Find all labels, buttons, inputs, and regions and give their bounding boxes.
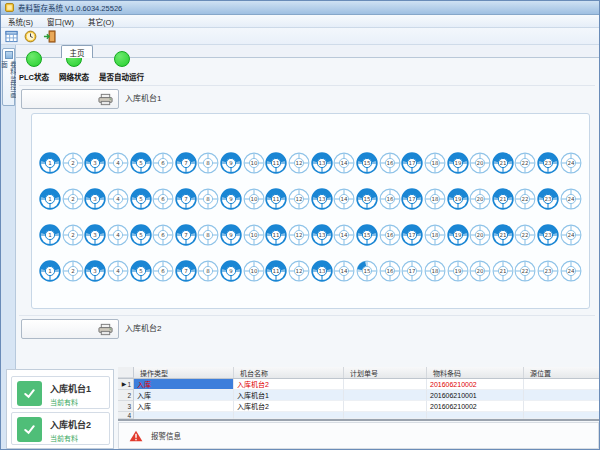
reel-slot: 12 [288, 152, 310, 174]
table-row[interactable]: 2入库入库机台1201606210001 [118, 390, 600, 401]
machine-card-status: 当前有料 [50, 433, 78, 443]
svg-text:13: 13 [318, 196, 325, 202]
svg-text:22: 22 [522, 268, 529, 274]
column-header[interactable]: 物料条码 [427, 367, 524, 378]
reel-slot: 15 [356, 260, 378, 282]
svg-text:21: 21 [499, 160, 506, 166]
svg-text:12: 12 [296, 160, 303, 166]
svg-text:23: 23 [545, 196, 552, 202]
column-header[interactable]: 计划单号 [344, 367, 427, 378]
print-button-machine1[interactable] [21, 89, 119, 109]
reel-slot: 1 [39, 188, 61, 210]
svg-text:9: 9 [229, 160, 233, 166]
svg-text:19: 19 [454, 232, 461, 238]
table-cell[interactable] [524, 379, 600, 390]
svg-text:2: 2 [71, 232, 75, 238]
table-cell[interactable] [234, 412, 344, 419]
table-cell[interactable] [427, 412, 524, 419]
table-cell[interactable] [524, 401, 600, 412]
table-row[interactable]: 3入库入库机台2201606210002 [118, 401, 600, 412]
reel-slot: 19 [447, 188, 469, 210]
reel-slot: 8 [197, 188, 219, 210]
menu-item-other[interactable]: 其它(O) [81, 15, 121, 27]
table-cell[interactable] [344, 401, 427, 412]
row-header[interactable]: 3 [118, 401, 134, 412]
table-row[interactable]: 4 [118, 412, 600, 419]
reel-slot: 24 [560, 152, 582, 174]
current-row-arrow: ▶ [122, 381, 127, 387]
svg-text:15: 15 [363, 160, 370, 166]
reel-slot: 17 [401, 224, 423, 246]
reel-slot: 14 [333, 188, 355, 210]
svg-text:23: 23 [545, 268, 552, 274]
svg-text:16: 16 [386, 160, 393, 166]
machine-card-2: 入库机台2 当前有料 [11, 412, 110, 445]
reel-slot: 21 [492, 260, 514, 282]
table-cell[interactable]: 201606210002 [427, 401, 524, 412]
svg-text:20: 20 [477, 232, 484, 238]
table-cell[interactable] [524, 412, 600, 419]
reel-slot: 11 [265, 260, 287, 282]
table-cell[interactable]: 入库 [134, 401, 234, 412]
menu-item-window[interactable]: 窗口(W) [40, 15, 81, 27]
table-cell[interactable] [344, 379, 427, 390]
svg-text:6: 6 [161, 232, 165, 238]
column-header[interactable]: 机台名称 [234, 367, 344, 378]
reel-slot: 7 [175, 260, 197, 282]
svg-text:23: 23 [545, 232, 552, 238]
dock-tab-label: 卷料监控画面 [0, 61, 18, 105]
table-cell[interactable] [134, 412, 234, 419]
table-cell[interactable]: 入库机台2 [234, 401, 344, 412]
svg-text:5: 5 [139, 232, 143, 238]
svg-text:13: 13 [318, 160, 325, 166]
table-cell[interactable]: 入库机台2 [234, 379, 344, 390]
svg-text:3: 3 [94, 196, 98, 202]
toolbar-button-exit[interactable] [41, 29, 57, 44]
svg-text:11: 11 [273, 268, 280, 274]
machine1-label: 入库机台1 [125, 92, 161, 103]
svg-text:18: 18 [431, 232, 438, 238]
reel-slot: 3 [84, 188, 106, 210]
reel-slot: 11 [265, 188, 287, 210]
table-cell[interactable] [524, 390, 600, 401]
table-cell[interactable]: 入库 [134, 390, 234, 401]
toolbar-button-history[interactable] [22, 29, 38, 44]
row-header[interactable]: 4 [118, 412, 134, 419]
menu-item-system[interactable]: 系统(S) [1, 15, 40, 27]
table-row[interactable]: ▶1入库入库机台2201606210002 [118, 379, 600, 390]
row-header[interactable]: 2 [118, 390, 134, 401]
reel-slot: 6 [152, 224, 174, 246]
reel-slot: 24 [560, 224, 582, 246]
table-cell[interactable]: 201606210001 [427, 390, 524, 401]
column-header[interactable]: 源位置 [524, 367, 600, 378]
svg-text:17: 17 [409, 196, 416, 202]
reel-row-3: 123456789101112131415161718192021222324 [39, 224, 582, 246]
svg-text:19: 19 [454, 196, 461, 202]
svg-text:6: 6 [161, 268, 165, 274]
table-cell[interactable]: 入库机台1 [234, 390, 344, 401]
alarm-panel: 报警信息 [118, 422, 599, 449]
title-bar[interactable]: 卷料暂存系统 V1.0.6034.25526 [1, 1, 599, 15]
table-cell[interactable] [344, 412, 427, 419]
svg-text:2: 2 [71, 160, 75, 166]
row-header[interactable]: ▶1 [118, 379, 134, 390]
machine-card-1: 入库机台1 当前有料 [11, 376, 110, 409]
svg-text:12: 12 [296, 196, 303, 202]
table-cell[interactable]: 入库 [134, 379, 234, 390]
svg-text:9: 9 [229, 268, 233, 274]
machine2-section: 入库机台2 [19, 315, 595, 341]
reel-slot: 13 [311, 224, 333, 246]
svg-text:3: 3 [94, 268, 98, 274]
toolbar-button-plan[interactable] [3, 29, 19, 44]
table-cell[interactable] [344, 390, 427, 401]
table-cell[interactable]: 201606210002 [427, 379, 524, 390]
dock-tab-monitor[interactable]: 卷料监控画面 [2, 48, 15, 106]
reel-slot: 5 [130, 224, 152, 246]
svg-text:18: 18 [431, 160, 438, 166]
print-button-machine2[interactable] [21, 319, 119, 339]
reel-slot: 5 [130, 260, 152, 282]
tab-home[interactable]: 主页 [61, 45, 93, 58]
svg-text:15: 15 [363, 232, 370, 238]
column-header[interactable]: 操作类型 [134, 367, 234, 378]
svg-text:7: 7 [184, 232, 188, 238]
